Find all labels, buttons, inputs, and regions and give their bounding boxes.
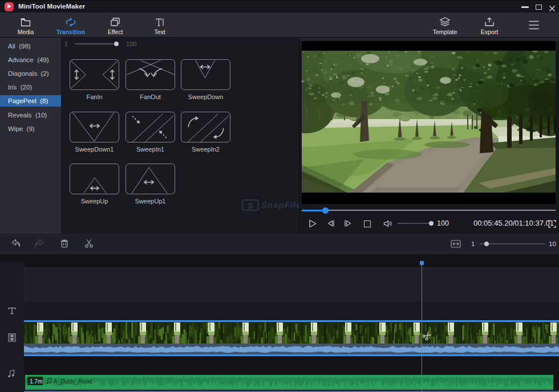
svg-text:1.7m: 1.7m (30, 378, 42, 385)
svg-text:A_Dusty_Road: A_Dusty_Road (54, 378, 92, 385)
